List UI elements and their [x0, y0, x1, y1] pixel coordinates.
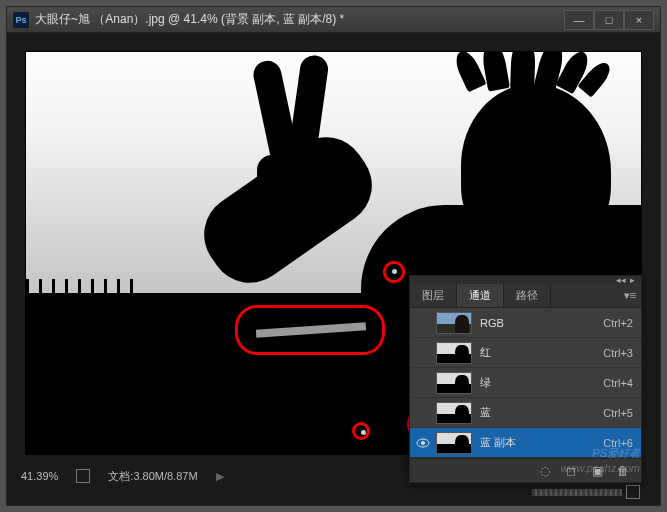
panel-tabs: 图层 通道 路径 ▾≡: [410, 284, 641, 308]
channel-green[interactable]: 绿 Ctrl+4: [410, 368, 641, 398]
tab-layers[interactable]: 图层: [410, 284, 457, 307]
maximize-button[interactable]: □: [594, 10, 624, 30]
panel-menu-icon[interactable]: ▾≡: [619, 284, 641, 307]
main-window: Ps 大眼仔~旭 （Anan）.jpg @ 41.4% (背景 副本, 蓝 副本…: [6, 6, 661, 506]
delete-channel-icon[interactable]: 🗑: [615, 464, 631, 478]
app-icon: Ps: [13, 12, 29, 28]
minimize-button[interactable]: —: [564, 10, 594, 30]
channel-red[interactable]: 红 Ctrl+3: [410, 338, 641, 368]
status-arrow-icon[interactable]: ▶: [216, 470, 224, 483]
channel-shortcut: Ctrl+4: [603, 377, 633, 389]
channel-thumbnail: [436, 342, 472, 364]
tab-paths[interactable]: 路径: [504, 284, 551, 307]
channel-thumbnail: [436, 372, 472, 394]
channel-thumbnail: [436, 402, 472, 424]
visibility-toggle[interactable]: [414, 344, 432, 362]
visibility-toggle[interactable]: [414, 404, 432, 422]
status-square-icon[interactable]: [626, 485, 640, 499]
tab-channels[interactable]: 通道: [457, 284, 504, 307]
channel-shortcut: Ctrl+3: [603, 347, 633, 359]
status-right: [532, 485, 640, 499]
channel-name: 红: [480, 345, 603, 360]
svg-point-1: [421, 441, 425, 445]
annotation-box: [235, 305, 385, 355]
visibility-toggle[interactable]: [414, 314, 432, 332]
new-channel-icon[interactable]: ▣: [589, 464, 605, 478]
status-icon[interactable]: [76, 469, 90, 483]
channels-panel[interactable]: ◂◂▸ 图层 通道 路径 ▾≡ RGB Ctrl+2 红 Ctrl+3: [409, 275, 642, 483]
channel-thumbnail: [436, 432, 472, 454]
channel-name: 蓝: [480, 405, 603, 420]
channel-shortcut: Ctrl+6: [603, 437, 633, 449]
channel-rgb[interactable]: RGB Ctrl+2: [410, 308, 641, 338]
visibility-toggle[interactable]: [414, 374, 432, 392]
channel-name: 蓝 副本: [480, 435, 603, 450]
channel-blue[interactable]: 蓝 Ctrl+5: [410, 398, 641, 428]
channel-thumbnail: [436, 312, 472, 334]
visibility-toggle[interactable]: [414, 434, 432, 452]
window-controls: — □ ×: [564, 10, 654, 30]
titlebar[interactable]: Ps 大眼仔~旭 （Anan）.jpg @ 41.4% (背景 副本, 蓝 副本…: [7, 7, 660, 33]
annotation-dot-1: [392, 269, 397, 274]
channel-blue-copy[interactable]: 蓝 副本 Ctrl+6: [410, 428, 641, 458]
save-selection-icon[interactable]: ◻: [563, 464, 579, 478]
load-selection-icon[interactable]: ◌: [537, 464, 553, 478]
zoom-level[interactable]: 41.39%: [21, 470, 58, 482]
channel-name: 绿: [480, 375, 603, 390]
panel-collapse-bar[interactable]: ◂◂▸: [410, 276, 641, 284]
doc-size: 文档:3.80M/8.87M: [108, 469, 197, 484]
image-fence: [26, 277, 180, 297]
close-button[interactable]: ×: [624, 10, 654, 30]
channel-list: RGB Ctrl+2 红 Ctrl+3 绿 Ctrl+4 蓝 Ctrl+5: [410, 308, 641, 458]
panel-footer: ◌ ◻ ▣ 🗑: [410, 458, 641, 482]
window-title: 大眼仔~旭 （Anan）.jpg @ 41.4% (背景 副本, 蓝 副本/8)…: [35, 11, 564, 28]
status-strip: [532, 489, 622, 496]
channel-shortcut: Ctrl+2: [603, 317, 633, 329]
channel-shortcut: Ctrl+5: [603, 407, 633, 419]
channel-name: RGB: [480, 317, 603, 329]
